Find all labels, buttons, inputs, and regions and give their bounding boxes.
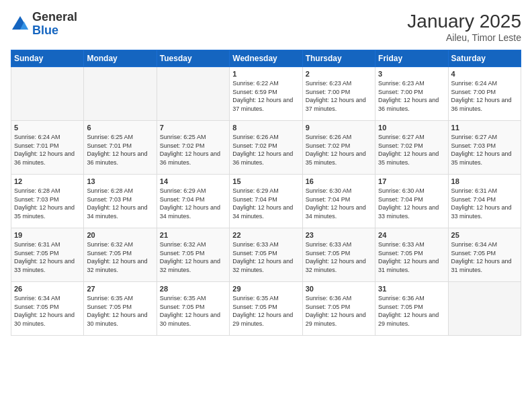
calendar-cell: 29Sunrise: 6:35 AM Sunset: 7:05 PM Dayli…	[230, 282, 302, 336]
day-number: 18	[451, 177, 518, 185]
day-number: 24	[378, 231, 445, 239]
day-number: 16	[306, 177, 372, 185]
day-number: 9	[306, 124, 372, 132]
day-number: 21	[160, 231, 226, 239]
day-info: Sunrise: 6:32 AM Sunset: 7:05 PM Dayligh…	[160, 240, 226, 274]
day-info: Sunrise: 6:28 AM Sunset: 7:03 PM Dayligh…	[87, 187, 153, 220]
logo: General Blue	[11, 11, 77, 38]
day-number: 19	[14, 231, 81, 239]
day-info: Sunrise: 6:34 AM Sunset: 7:05 PM Dayligh…	[451, 240, 518, 274]
calendar-cell: 25Sunrise: 6:34 AM Sunset: 7:05 PM Dayli…	[448, 228, 521, 282]
weekday-header-wednesday: Wednesday	[230, 50, 302, 67]
day-info: Sunrise: 6:32 AM Sunset: 7:05 PM Dayligh…	[87, 240, 153, 274]
calendar-cell: 2Sunrise: 6:23 AM Sunset: 7:00 PM Daylig…	[302, 67, 375, 121]
day-number: 4	[451, 70, 518, 78]
calendar-cell: 23Sunrise: 6:33 AM Sunset: 7:05 PM Dayli…	[302, 228, 375, 282]
day-info: Sunrise: 6:26 AM Sunset: 7:02 PM Dayligh…	[306, 133, 372, 167]
calendar-cell	[11, 67, 84, 121]
calendar-cell	[84, 67, 157, 121]
calendar-cell	[448, 282, 521, 336]
calendar-cell: 19Sunrise: 6:31 AM Sunset: 7:05 PM Dayli…	[11, 228, 84, 282]
calendar-cell: 17Sunrise: 6:30 AM Sunset: 7:04 PM Dayli…	[375, 175, 448, 228]
day-number: 10	[378, 124, 445, 132]
day-info: Sunrise: 6:33 AM Sunset: 7:05 PM Dayligh…	[378, 240, 445, 274]
day-info: Sunrise: 6:29 AM Sunset: 7:04 PM Dayligh…	[232, 187, 299, 220]
logo-general-text: General	[32, 11, 77, 24]
day-number: 15	[232, 177, 299, 185]
day-number: 8	[232, 124, 299, 132]
day-number: 7	[160, 124, 226, 132]
weekday-header-row: SundayMondayTuesdayWednesdayThursdayFrid…	[11, 50, 521, 67]
day-info: Sunrise: 6:34 AM Sunset: 7:05 PM Dayligh…	[14, 294, 81, 328]
calendar-cell: 12Sunrise: 6:28 AM Sunset: 7:03 PM Dayli…	[11, 175, 84, 228]
day-number: 27	[87, 285, 153, 293]
day-number: 17	[378, 177, 445, 185]
calendar-cell: 28Sunrise: 6:35 AM Sunset: 7:05 PM Dayli…	[157, 282, 229, 336]
calendar-cell: 31Sunrise: 6:36 AM Sunset: 7:05 PM Dayli…	[375, 282, 448, 336]
calendar-cell: 3Sunrise: 6:23 AM Sunset: 7:00 PM Daylig…	[375, 67, 448, 121]
calendar-week-5: 26Sunrise: 6:34 AM Sunset: 7:05 PM Dayli…	[11, 282, 521, 336]
day-info: Sunrise: 6:31 AM Sunset: 7:05 PM Dayligh…	[14, 240, 81, 274]
day-number: 25	[451, 231, 518, 239]
day-number: 2	[306, 70, 372, 78]
day-info: Sunrise: 6:33 AM Sunset: 7:05 PM Dayligh…	[306, 240, 372, 274]
calendar-week-1: 1Sunrise: 6:22 AM Sunset: 6:59 PM Daylig…	[11, 67, 521, 121]
calendar-week-2: 5Sunrise: 6:24 AM Sunset: 7:01 PM Daylig…	[11, 121, 521, 175]
calendar-cell: 9Sunrise: 6:26 AM Sunset: 7:02 PM Daylig…	[302, 121, 375, 175]
day-info: Sunrise: 6:22 AM Sunset: 6:59 PM Dayligh…	[232, 79, 299, 113]
calendar-cell: 11Sunrise: 6:27 AM Sunset: 7:03 PM Dayli…	[448, 121, 521, 175]
day-info: Sunrise: 6:23 AM Sunset: 7:00 PM Dayligh…	[378, 79, 445, 113]
calendar-cell: 26Sunrise: 6:34 AM Sunset: 7:05 PM Dayli…	[11, 282, 84, 336]
weekday-header-sunday: Sunday	[11, 50, 84, 67]
day-number: 22	[232, 231, 299, 239]
header: General Blue January 2025 Aileu, Timor L…	[11, 11, 521, 43]
calendar-cell: 13Sunrise: 6:28 AM Sunset: 7:03 PM Dayli…	[84, 175, 157, 228]
weekday-header-tuesday: Tuesday	[157, 50, 229, 67]
day-info: Sunrise: 6:26 AM Sunset: 7:02 PM Dayligh…	[232, 133, 299, 167]
day-info: Sunrise: 6:25 AM Sunset: 7:02 PM Dayligh…	[160, 133, 226, 167]
day-info: Sunrise: 6:30 AM Sunset: 7:04 PM Dayligh…	[306, 187, 372, 220]
calendar-cell: 14Sunrise: 6:29 AM Sunset: 7:04 PM Dayli…	[157, 175, 229, 228]
day-info: Sunrise: 6:36 AM Sunset: 7:05 PM Dayligh…	[306, 294, 372, 328]
calendar-cell: 30Sunrise: 6:36 AM Sunset: 7:05 PM Dayli…	[302, 282, 375, 336]
day-number: 26	[14, 285, 81, 293]
day-info: Sunrise: 6:24 AM Sunset: 7:01 PM Dayligh…	[14, 133, 81, 167]
day-info: Sunrise: 6:25 AM Sunset: 7:01 PM Dayligh…	[87, 133, 153, 167]
weekday-header-thursday: Thursday	[302, 50, 375, 67]
calendar-cell: 7Sunrise: 6:25 AM Sunset: 7:02 PM Daylig…	[157, 121, 229, 175]
calendar-cell: 22Sunrise: 6:33 AM Sunset: 7:05 PM Dayli…	[230, 228, 302, 282]
calendar-cell: 15Sunrise: 6:29 AM Sunset: 7:04 PM Dayli…	[230, 175, 302, 228]
weekday-header-monday: Monday	[84, 50, 157, 67]
calendar-cell: 16Sunrise: 6:30 AM Sunset: 7:04 PM Dayli…	[302, 175, 375, 228]
day-info: Sunrise: 6:27 AM Sunset: 7:02 PM Dayligh…	[378, 133, 445, 167]
day-info: Sunrise: 6:24 AM Sunset: 7:00 PM Dayligh…	[451, 79, 518, 113]
day-info: Sunrise: 6:35 AM Sunset: 7:05 PM Dayligh…	[160, 294, 226, 328]
calendar-cell: 1Sunrise: 6:22 AM Sunset: 6:59 PM Daylig…	[230, 67, 302, 121]
day-number: 6	[87, 124, 153, 132]
day-info: Sunrise: 6:33 AM Sunset: 7:05 PM Dayligh…	[232, 240, 299, 274]
calendar-cell: 27Sunrise: 6:35 AM Sunset: 7:05 PM Dayli…	[84, 282, 157, 336]
day-number: 31	[378, 285, 445, 293]
calendar-cell	[157, 67, 229, 121]
calendar-table: SundayMondayTuesdayWednesdayThursdayFrid…	[11, 50, 521, 336]
calendar-cell: 10Sunrise: 6:27 AM Sunset: 7:02 PM Dayli…	[375, 121, 448, 175]
logo-text: General Blue	[32, 11, 77, 38]
day-number: 11	[451, 124, 518, 132]
calendar-cell: 8Sunrise: 6:26 AM Sunset: 7:02 PM Daylig…	[230, 121, 302, 175]
calendar-cell: 5Sunrise: 6:24 AM Sunset: 7:01 PM Daylig…	[11, 121, 84, 175]
day-info: Sunrise: 6:35 AM Sunset: 7:05 PM Dayligh…	[232, 294, 299, 328]
weekday-header-saturday: Saturday	[448, 50, 521, 67]
calendar-week-4: 19Sunrise: 6:31 AM Sunset: 7:05 PM Dayli…	[11, 228, 521, 282]
calendar-cell: 4Sunrise: 6:24 AM Sunset: 7:00 PM Daylig…	[448, 67, 521, 121]
day-number: 5	[14, 124, 81, 132]
day-info: Sunrise: 6:35 AM Sunset: 7:05 PM Dayligh…	[87, 294, 153, 328]
day-number: 23	[306, 231, 372, 239]
day-info: Sunrise: 6:27 AM Sunset: 7:03 PM Dayligh…	[451, 133, 518, 167]
title-block: January 2025 Aileu, Timor Leste	[407, 11, 521, 43]
day-info: Sunrise: 6:31 AM Sunset: 7:04 PM Dayligh…	[451, 187, 518, 220]
calendar-cell: 18Sunrise: 6:31 AM Sunset: 7:04 PM Dayli…	[448, 175, 521, 228]
calendar-week-3: 12Sunrise: 6:28 AM Sunset: 7:03 PM Dayli…	[11, 175, 521, 228]
day-info: Sunrise: 6:36 AM Sunset: 7:05 PM Dayligh…	[378, 294, 445, 328]
day-info: Sunrise: 6:30 AM Sunset: 7:04 PM Dayligh…	[378, 187, 445, 220]
day-info: Sunrise: 6:28 AM Sunset: 7:03 PM Dayligh…	[14, 187, 81, 220]
